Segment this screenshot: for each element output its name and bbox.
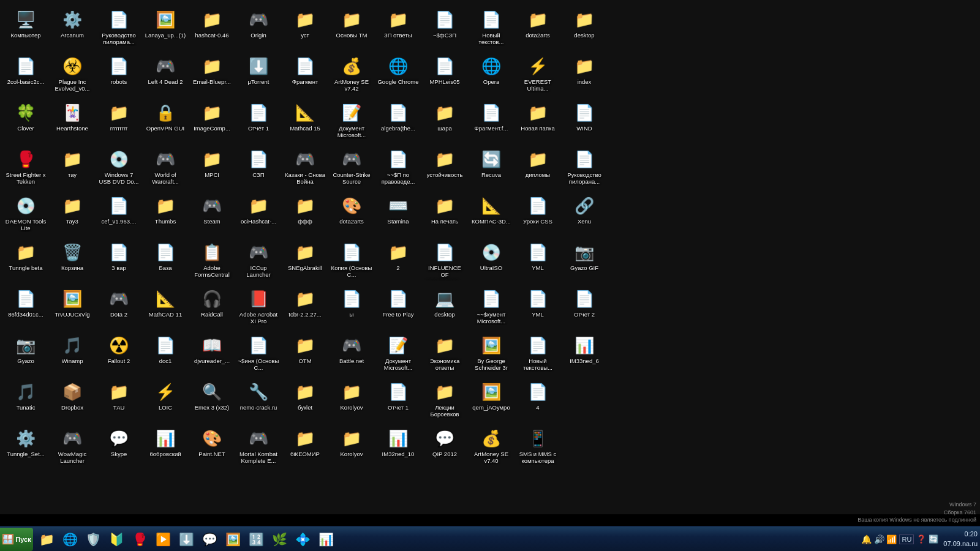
desktop-icon-opera[interactable]: 🌐Opera [469,53,513,97]
desktop-icon-cef[interactable]: 📄cef_v1.963.... [97,192,141,236]
desktop-icon-shara[interactable]: 📁шара [423,99,467,143]
desktop-icon-ultraiso[interactable]: 💿UltraISO [469,239,513,283]
desktop-icon-wind[interactable]: 📄WIND [562,99,606,143]
desktop-icon-novayapapka[interactable]: 📁Новая папка [516,99,560,143]
desktop-icon-im33ned6[interactable]: 📊IM33ned_6 [562,332,606,376]
desktop-icon-tcbr[interactable]: 📁tcbr-2.2.27... [283,285,327,329]
desktop-icon-urokicss[interactable]: 📄Уроки CSS [516,192,560,236]
desktop-icon-imagecomp[interactable]: 📁ImageComp... [190,99,234,143]
desktop-icon-korzina[interactable]: 🗑️Корзина [50,239,94,283]
desktop-icon-emex[interactable]: 🔍Emex 3 (x32) [190,378,234,422]
desktop-icon-yml1[interactable]: 📄YML [516,239,560,283]
desktop-icon-dropbox[interactable]: 📦Dropbox [50,378,94,422]
desktop-icon-computer[interactable]: 🖥️Компьютер [4,6,48,50]
taskbar-icon-torrent[interactable]: ⬇️ [175,529,197,550]
taskbar-icon-mediaplayer[interactable]: ▶️ [152,529,174,550]
desktop-icon-left4dead[interactable]: 🎮Left 4 Dead 2 [143,53,187,97]
desktop-icon-4[interactable]: 📄4 [516,378,560,422]
desktop-icon-otm[interactable]: 📁ОТМ [283,332,327,376]
taskbar-icon-calc[interactable]: 🔢 [245,529,267,550]
desktop-icon-3potv[interactable]: 📁3П ответы [376,6,420,50]
desktop-icon-im32ned10[interactable]: 📊IM32ned_10 [376,425,420,469]
taskbar-icon-shield[interactable]: 🔰 [105,529,127,550]
desktop-icon-xenu[interactable]: 🔗Xenu [562,192,606,236]
desktop-icon-qemoiomwo[interactable]: 🖼️qem_jAОумро [469,378,513,422]
desktop-icon-worldofwar[interactable]: 🎮World of Warcraft... [143,146,187,190]
desktop-icon-thumbs[interactable]: 📁Thumbs [143,192,187,236]
desktop-icon-mathcad11[interactable]: 📐MathCAD 11 [143,285,187,329]
taskbar-icon-antivirus[interactable]: 🛡️ [82,529,104,550]
desktop-icon-dota2[interactable]: 🎮Dota 2 [97,285,141,329]
desktop-icon-lanaya[interactable]: 🖼️Lanaya_up...(1) [143,6,187,50]
desktop-icon-hearthstone[interactable]: 🃏Hearthstone [50,99,94,143]
clock[interactable]: 0:20 07.09.na.ru [943,530,980,549]
desktop-icon-osnovytm[interactable]: 📁Основы ТМ [330,6,374,50]
desktop-icon-dota2arts[interactable]: 🎨dota2arts [330,192,374,236]
desktop-icon-googlechrome[interactable]: 🌐Google Chrome [376,53,420,97]
desktop-icon-86f[interactable]: 📄86fd34d01c... [4,285,48,329]
desktop-icon-kopiya[interactable]: 📄Копия (Основы С... [330,239,374,283]
desktop-icon-korolyov1[interactable]: 📁Korolyov [330,378,374,422]
desktop-icon-linya[interactable]: 📄~$иня (Основы С... [236,332,281,376]
desktop-icon-napechat[interactable]: 📁На печать [423,192,467,236]
desktop-icon-wowmagic[interactable]: 🎮WowMagic Launcher [50,425,94,469]
desktop-icon-mortalkombat[interactable]: 🎮Mortal Kombat Komplete E... [236,425,281,469]
desktop-icon-fff[interactable]: 📁ффф [283,192,327,236]
desktop-icon-utorrent[interactable]: ⬇️µTorrent [236,53,281,97]
desktop-icon-tau3[interactable]: 📁тау3 [50,192,94,236]
desktop-icon-adobeacro[interactable]: 📕Adobe Acrobat XI Pro [236,285,281,329]
desktop-icon-qip2012[interactable]: 💬QIP 2012 [423,425,467,469]
desktop-icon-ruko[interactable]: 📄Руководство пилорама... [97,6,141,50]
taskbar-icon-imgview[interactable]: 🖼️ [222,529,244,550]
desktop-icon-dokument[interactable]: 📝Документ Microsoft... [330,99,374,143]
desktop-icon-streetfighter[interactable]: 🥊Street Fighter x Tekken [4,146,48,190]
desktop-icon-hashcat[interactable]: 📁hashcat-0.46 [190,6,234,50]
desktop-icon-tunngleset[interactable]: ⚙️Tunngle_Set... [4,425,48,469]
desktop-icon-emailbluepr[interactable]: 📁Email-Blueрr... [190,53,234,97]
desktop-icon-snegabra[interactable]: 📁SNEgAbrakill [283,239,327,283]
desktop-icon-daemon[interactable]: 💿DAEMON Tools Lite [4,192,48,236]
desktop-icon-trvu[interactable]: 🖼️TrvUJUCxVlg [50,285,94,329]
desktop-icon-xukument[interactable]: 📄~~$кумент Microsoft... [469,285,513,329]
tray-lang[interactable]: RU [899,534,914,544]
tray-switch[interactable]: 🔄 [929,534,938,544]
desktop-icon-paintnet[interactable]: 🎨Paint.NET [190,425,234,469]
desktop-icon-y[interactable]: 📄ы [330,285,374,329]
desktop-icon-mpci[interactable]: 📁MPCI [190,146,234,190]
desktop-icon-korolyov2[interactable]: 📁Korolyov [330,425,374,469]
desktop-icon-2col[interactable]: 📄2col-basic2c... [4,53,48,97]
desktop-icon-diplomy[interactable]: 📁дипломы [516,146,560,190]
desktop-icon-mphleis05[interactable]: 📄MPHLeis05 [423,53,467,97]
desktop-icon-openvpn[interactable]: 🔒OpenVPN GUI [143,99,187,143]
desktop-icon-freetoplay[interactable]: 📄Free to Play [376,285,420,329]
desktop-icon-artmoney40[interactable]: 💰ArtMoney SE v7.40 [469,425,513,469]
desktop-icon-index[interactable]: 📁index [562,53,606,97]
desktop-icon-novtekstovy[interactable]: 📄Новый текстовы... [516,332,560,376]
desktop-icon-novtekst[interactable]: 📄Новый текстов... [469,6,513,50]
desktop-icon-yml2[interactable]: 📄YML [516,285,560,329]
taskbar-icon-blue[interactable]: 💠 [292,529,314,550]
taskbar-icon-explorer[interactable]: 📁 [36,529,58,550]
desktop-icon-fallout2[interactable]: ☢️Fallout 2 [97,332,141,376]
desktop-icon-djvureader[interactable]: 📖djvureader_... [190,332,234,376]
desktop-icon-otchet1[interactable]: 📄Отчёт 1 [236,99,281,143]
desktop-icon-rukovodstvo[interactable]: 📄Руководство пилорана... [562,146,606,190]
desktop-icon-otchet1b[interactable]: 📄Отчет 1 [376,378,420,422]
desktop-icon-2[interactable]: 📁2 [376,239,420,283]
desktop-icon-everest[interactable]: ⚡EVEREST Ultima... [516,53,560,97]
desktop-icon-adobeforms[interactable]: 📋Adobe FormsCentral [190,239,234,283]
desktop-icon-s3p[interactable]: 📄СЗП [236,146,281,190]
desktop-icon-gyazo[interactable]: 📷Gyazo [4,332,48,376]
desktop-icon-bygeorge[interactable]: 🖼️By George Schneider 3r [469,332,513,376]
desktop-icon-algebra[interactable]: 📄algebra(the... [376,99,420,143]
desktop-icon-rrrrr[interactable]: 📁rrrrrrrrr [97,99,141,143]
desktop-icon-ustoychimost[interactable]: 📁устойчивость [423,146,467,190]
desktop-icon-kompas3d[interactable]: 📐КОМПАС-3D... [469,192,513,236]
desktop-icon-iccup[interactable]: 🎮ICCup Launcher [236,239,281,283]
desktop-icon-baza[interactable]: 📄База [143,239,187,283]
tray-help[interactable]: ❓ [916,534,926,544]
desktop-icon-origin[interactable]: 🎮Origin [236,6,281,50]
desktop-icon-battlenet[interactable]: 🎮Battle.net [330,332,374,376]
desktop-icon-winamp[interactable]: 🎵Winamp [50,332,94,376]
desktop-icon-ekonomika[interactable]: 📁Экономика ответы [423,332,467,376]
